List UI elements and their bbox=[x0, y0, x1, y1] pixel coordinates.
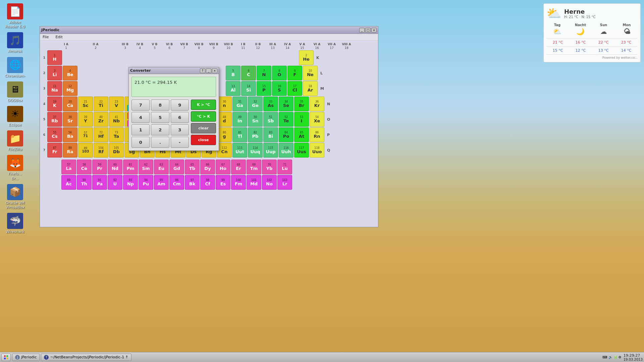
element-Te[interactable]: 52 Te bbox=[279, 112, 293, 127]
element-Pb[interactable]: 82 Pb bbox=[248, 127, 263, 142]
element-O[interactable]: 8 O bbox=[272, 66, 287, 80]
element-Pr[interactable]: 59 Pr bbox=[92, 160, 107, 174]
num4-button[interactable]: 4 bbox=[131, 112, 150, 123]
desktop-icon-wireshark[interactable]: 🦈 Wireshark bbox=[3, 213, 27, 234]
element-Be[interactable]: 4 Be bbox=[63, 66, 77, 80]
element-P[interactable]: 15 P bbox=[257, 81, 271, 96]
element-Ba[interactable]: 56 Ba bbox=[63, 127, 77, 142]
element-Tb[interactable]: 65 Tb bbox=[185, 160, 200, 174]
element-Md[interactable]: 101 Md bbox=[247, 175, 261, 190]
element-Ca[interactable]: 20 Ca bbox=[63, 97, 77, 111]
element-Sn[interactable]: 50 Sn bbox=[248, 112, 263, 127]
element-Uuh[interactable]: 116 Uuh bbox=[279, 143, 293, 158]
element-Th[interactable]: 90 Th bbox=[77, 175, 92, 190]
num6-button[interactable]: 6 bbox=[171, 112, 189, 123]
element-Sb[interactable]: 51 Sb bbox=[263, 112, 278, 127]
element-Sm[interactable]: 62 Sm bbox=[139, 160, 153, 174]
element-Sr[interactable]: 38 Sr bbox=[63, 112, 77, 127]
desktop-icon-eclipse[interactable]: ☀ Eclipse bbox=[3, 106, 27, 127]
element-Ar[interactable]: 18 Ar bbox=[303, 81, 318, 96]
element-U[interactable]: 92 U bbox=[108, 175, 122, 190]
taskbar-netbeans[interactable]: T ~/NetBeansProjects/jPeriodic/jPeriodic… bbox=[41, 354, 131, 361]
element-Lr[interactable]: 103 Lr bbox=[277, 175, 292, 190]
element-Er[interactable]: 68 Er bbox=[231, 160, 246, 174]
element-Ge[interactable]: 32 Ge bbox=[248, 97, 263, 111]
num2-button[interactable]: 2 bbox=[151, 124, 169, 135]
element-H[interactable]: 1 H bbox=[47, 50, 62, 65]
element-La[interactable]: 57 La bbox=[61, 160, 76, 174]
taskbar-jperiodic[interactable]: J jPeriodic bbox=[12, 354, 40, 361]
element-Uuo[interactable]: 118 Uuo bbox=[310, 143, 324, 158]
element-Mg[interactable]: 12 Mg bbox=[63, 81, 77, 96]
element-Zn[interactable]: 30 n bbox=[217, 97, 232, 111]
num7-button[interactable]: 7 bbox=[131, 100, 150, 111]
element-Li[interactable]: 3 Li bbox=[47, 66, 62, 80]
num0-button[interactable]: 0 bbox=[131, 137, 150, 148]
element-F[interactable]: 9 F bbox=[287, 66, 302, 80]
window-close-button[interactable]: × bbox=[371, 28, 377, 33]
element-N[interactable]: 7 N bbox=[257, 66, 271, 80]
element-Xe[interactable]: 54 Xe bbox=[310, 112, 324, 127]
element-Rb[interactable]: 37 Rb bbox=[47, 112, 62, 127]
element-Ne[interactable]: 10 Ne bbox=[303, 66, 318, 80]
element-Es[interactable]: 99 Es bbox=[216, 175, 230, 190]
element-Cd[interactable]: 48 d bbox=[217, 112, 232, 127]
converter-close-button[interactable]: × bbox=[212, 68, 217, 73]
element-Ti[interactable]: 22 Ti bbox=[94, 97, 108, 111]
element-Gd[interactable]: 64 Gd bbox=[169, 160, 184, 174]
desktop-icon-chromium[interactable]: 🌐 Chromium- bbox=[3, 57, 27, 78]
element-Cn[interactable]: 112 Cn bbox=[217, 143, 232, 158]
num3-button[interactable]: 3 bbox=[171, 124, 189, 135]
element-Cl[interactable]: 17 Cl bbox=[287, 81, 302, 96]
element-Fr[interactable]: 87 Fr bbox=[47, 143, 62, 158]
element-Po[interactable]: 84 Po bbox=[279, 127, 293, 142]
k-to-c-button[interactable]: K > °C bbox=[191, 100, 216, 110]
element-Tl[interactable]: 81 Tl bbox=[232, 127, 247, 142]
element-Uup[interactable]: 115 Uup bbox=[263, 143, 278, 158]
converter-help-button[interactable]: ? bbox=[200, 68, 205, 73]
element-Fm[interactable]: 100 Fm bbox=[231, 175, 246, 190]
jperiodic-titlebar[interactable]: jPeriodic _ □ × bbox=[40, 26, 378, 34]
element-Ta[interactable]: 73 Ta bbox=[109, 127, 124, 142]
element-Al[interactable]: 13 Al bbox=[226, 81, 240, 96]
element-Hf[interactable]: 72 Hf bbox=[94, 127, 108, 142]
element-He[interactable]: 2 He bbox=[299, 50, 314, 65]
taskbar-start-button[interactable] bbox=[1, 354, 11, 361]
neg-button[interactable]: - bbox=[171, 137, 189, 148]
element-No[interactable]: 102 No bbox=[262, 175, 277, 190]
element-Ra[interactable]: 88 Ra bbox=[63, 143, 77, 158]
desktop-icon-filezilla[interactable]: 📁 FileZilla bbox=[3, 130, 27, 152]
element-Pu[interactable]: 94 Pu bbox=[139, 175, 153, 190]
converter-minimize-button[interactable]: _ bbox=[206, 68, 211, 73]
menu-edit[interactable]: Edit bbox=[54, 35, 64, 40]
element-Uuq[interactable]: 114 Uuq bbox=[248, 143, 263, 158]
dot-button[interactable]: . bbox=[151, 137, 169, 148]
num5-button[interactable]: 5 bbox=[151, 112, 169, 123]
element-Br[interactable]: 35 Br bbox=[294, 97, 309, 111]
num8-button[interactable]: 8 bbox=[151, 100, 169, 111]
element-V[interactable]: 23 V bbox=[109, 97, 124, 111]
element-Na[interactable]: 11 Na bbox=[47, 81, 62, 96]
element-Ga[interactable]: 31 Ga bbox=[232, 97, 247, 111]
element-Y[interactable]: 39 Y bbox=[78, 112, 93, 127]
element-Sc[interactable]: 21 Sc bbox=[78, 97, 93, 111]
element-As[interactable]: 33 As bbox=[263, 97, 278, 111]
element-Nd[interactable]: 60 Nd bbox=[108, 160, 122, 174]
element-Rn[interactable]: 86 Rn bbox=[310, 127, 324, 142]
element-57-71[interactable]: 57 71 bbox=[78, 127, 93, 142]
element-89-103[interactable]: 89 103 bbox=[78, 143, 93, 158]
element-Kr[interactable]: 36 Kr bbox=[310, 97, 324, 111]
desktop-icon-amarok[interactable]: 🎵 Amarok bbox=[3, 32, 27, 53]
element-Rf[interactable]: 104 Rf bbox=[94, 143, 108, 158]
clear-button[interactable]: clear bbox=[191, 123, 216, 133]
menu-file[interactable]: File bbox=[41, 35, 50, 40]
element-Dy[interactable]: 66 Dy bbox=[200, 160, 215, 174]
element-Am[interactable]: 95 Am bbox=[154, 175, 169, 190]
element-Uut[interactable]: 113 Uut bbox=[232, 143, 247, 158]
element-Uus[interactable]: 117 Uus bbox=[294, 143, 309, 158]
element-Tm[interactable]: 69 Tm bbox=[247, 160, 261, 174]
converter-titlebar[interactable]: Converter ? _ × bbox=[129, 67, 219, 74]
element-Cs[interactable]: 55 Cs bbox=[47, 127, 62, 142]
desktop-icon-oracle[interactable]: 📦 Oracle VMVirtualBox bbox=[3, 184, 27, 209]
element-Eu[interactable]: 63 Eu bbox=[154, 160, 169, 174]
